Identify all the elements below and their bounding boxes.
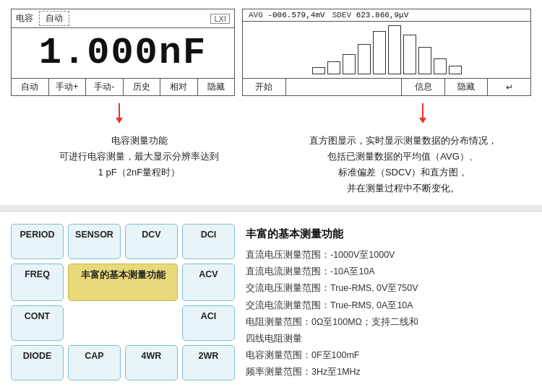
meter-btn-hide[interactable]: 隐藏 bbox=[198, 79, 235, 95]
meter-btn-auto[interactable]: 自动 bbox=[12, 79, 49, 95]
bottom-section: PERIOD SENSOR DCV DCI FREQ 丰富的基本测量功能 ACV… bbox=[0, 212, 542, 389]
hist-btn-gap bbox=[286, 79, 403, 95]
histogram-body bbox=[243, 22, 530, 78]
btn-dci[interactable]: DCI bbox=[182, 224, 235, 259]
features-right: 丰富的基本测量功能 直流电压测量范围：-1000V至1000V 直流电流测量范围… bbox=[246, 224, 531, 380]
btn-period[interactable]: PERIOD bbox=[11, 224, 64, 259]
lxi-badge: LXI bbox=[210, 14, 230, 24]
arrow-right bbox=[347, 103, 499, 123]
histogram-top: AVG -006.579,4mV SDEV 623.866,9μV bbox=[243, 9, 530, 22]
description-section: 电容测量功能 可进行电容测量，最大显示分辨率达到 1 pF（2nF量程时） 直方… bbox=[0, 123, 542, 205]
desc-right-line3: 标准偏差（SDCV）和直方图， bbox=[275, 165, 531, 180]
arrow-head-left bbox=[116, 118, 123, 123]
desc-left-line1: 可进行电容测量，最大显示分辨率达到 bbox=[11, 149, 267, 165]
hist-btn-start[interactable]: 开始 bbox=[243, 79, 286, 95]
meter-mode: 自动 bbox=[39, 11, 69, 26]
btn-cont[interactable]: CONT bbox=[11, 305, 64, 341]
arrow-line-right bbox=[422, 103, 423, 118]
feature-item-2: 直流电流测量范围：-10A至10A bbox=[246, 263, 531, 280]
top-section: 电容 自动 LXI 1.000nF 自动 手动+ 手动- 历史 相对 隐藏 AV… bbox=[0, 0, 542, 102]
hist-btn-enter[interactable]: ↵ bbox=[488, 79, 530, 95]
meter-title: 电容 bbox=[16, 12, 33, 25]
hist-bar bbox=[403, 35, 416, 74]
btn-rich-features[interactable]: 丰富的基本测量功能 bbox=[68, 263, 178, 301]
meter-value: 1.000nF bbox=[12, 28, 234, 78]
meter-top-bar: 电容 自动 LXI bbox=[12, 9, 234, 28]
hist-bar bbox=[434, 58, 447, 74]
btn-4wr[interactable]: 4WR bbox=[125, 345, 178, 380]
desc-right-line2: 包括已测量数据的平均值（AVG）、 bbox=[275, 149, 531, 165]
btn-2wr[interactable]: 2WR bbox=[182, 345, 235, 380]
feature-item-4: 交流电流测量范围：True-RMS, 0A至10A bbox=[246, 297, 531, 314]
desc-left: 电容测量功能 可进行电容测量，最大显示分辨率达到 1 pF（2nF量程时） bbox=[11, 129, 267, 196]
hist-bar bbox=[327, 61, 340, 74]
buttons-grid: PERIOD SENSOR DCV DCI FREQ 丰富的基本测量功能 ACV… bbox=[11, 224, 235, 380]
hist-btn-info[interactable]: 信息 bbox=[402, 79, 445, 95]
meter-bottom-bar: 自动 手动+ 手动- 历史 相对 隐藏 bbox=[12, 78, 234, 95]
meter-btn-manual-plus[interactable]: 手动+ bbox=[49, 79, 87, 95]
btn-cap[interactable]: CAP bbox=[68, 345, 121, 380]
btn-acv[interactable]: ACV bbox=[182, 263, 235, 301]
histogram-bottom: 开始 信息 隐藏 ↵ bbox=[243, 78, 530, 95]
btn-aci[interactable]: ACI bbox=[182, 305, 235, 341]
hist-bar bbox=[312, 67, 325, 74]
hist-bar bbox=[343, 54, 356, 74]
feature-item-5b: 四线电阻测量 bbox=[246, 331, 531, 347]
divider bbox=[0, 205, 542, 212]
desc-right-line4: 并在测量过程中不断变化。 bbox=[275, 180, 531, 196]
btn-diode[interactable]: DIODE bbox=[11, 345, 64, 380]
meter-btn-history[interactable]: 历史 bbox=[124, 79, 161, 95]
arrows-section bbox=[0, 103, 542, 123]
sdev-stat: SDEV 623.866,9μV bbox=[332, 11, 409, 19]
hist-bar bbox=[358, 44, 371, 74]
hist-bar bbox=[373, 31, 386, 74]
btn-freq[interactable]: FREQ bbox=[11, 263, 64, 301]
meter-btn-relative[interactable]: 相对 bbox=[160, 79, 198, 95]
hist-bar bbox=[449, 66, 462, 74]
desc-right-line1: 直方图显示，实时显示测量数据的分布情况， bbox=[275, 133, 531, 149]
meter-panel: 电容 自动 LXI 1.000nF 自动 手动+ 手动- 历史 相对 隐藏 bbox=[11, 9, 235, 96]
feature-item-7: 频率测量范围：3Hz至1MHz bbox=[246, 364, 531, 380]
btn-sensor[interactable]: SENSOR bbox=[68, 224, 121, 259]
features-title: 丰富的基本测量功能 bbox=[246, 224, 531, 244]
feature-item-6: 电容测量范围：0F至100mF bbox=[246, 347, 531, 364]
desc-left-line2: 1 pF（2nF量程时） bbox=[11, 165, 267, 180]
hist-bar bbox=[388, 25, 401, 74]
histogram-panel: AVG -006.579,4mV SDEV 623.866,9μV 开始 信息 bbox=[242, 9, 531, 96]
feature-item-3: 交流电压测量范围：True-RMS, 0V至750V bbox=[246, 280, 531, 297]
btn-dcv[interactable]: DCV bbox=[125, 224, 178, 259]
desc-left-title: 电容测量功能 bbox=[11, 133, 267, 149]
desc-right: 直方图显示，实时显示测量数据的分布情况， 包括已测量数据的平均值（AVG）、 标… bbox=[275, 129, 531, 196]
arrow-line-left bbox=[119, 103, 120, 118]
feature-item-5: 电阻测量范围：0Ω至100MΩ；支持二线和 bbox=[246, 314, 531, 331]
feature-item-1: 直流电压测量范围：-1000V至1000V bbox=[246, 247, 531, 263]
arrow-head-right bbox=[419, 118, 426, 123]
hist-btn-hide[interactable]: 隐藏 bbox=[445, 79, 489, 95]
meter-btn-manual-minus[interactable]: 手动- bbox=[86, 79, 124, 95]
hist-bar bbox=[418, 47, 431, 74]
avg-stat: AVG -006.579,4mV bbox=[249, 11, 325, 19]
arrow-left bbox=[43, 103, 195, 123]
